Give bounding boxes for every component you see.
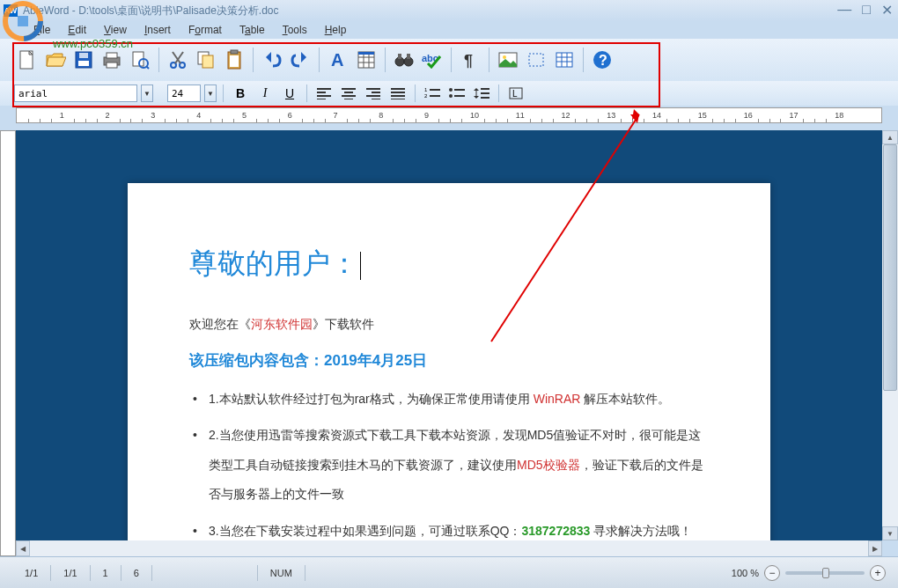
help-button[interactable]: ? — [589, 46, 615, 74]
font-name-input[interactable] — [14, 85, 137, 102]
status-section: 1/1 — [51, 565, 90, 581]
line-spacing-button[interactable] — [471, 84, 492, 103]
zoom-slider[interactable] — [785, 571, 865, 575]
zoom-in-button[interactable]: + — [870, 565, 886, 581]
select-button[interactable] — [523, 46, 549, 74]
undo-icon — [262, 52, 282, 68]
line-spacing-icon — [474, 86, 489, 100]
scroll-thumb[interactable] — [883, 144, 897, 391]
font-name-dropdown[interactable]: ▼ — [141, 85, 153, 102]
svg-line-12 — [146, 66, 149, 69]
maximize-button[interactable]: □ — [862, 2, 871, 18]
bold-button[interactable]: B — [230, 84, 251, 103]
print-preview-button[interactable] — [127, 46, 153, 74]
text-cursor — [360, 252, 361, 280]
svg-rect-18 — [202, 55, 213, 68]
floppy-icon — [74, 50, 93, 70]
align-justify-button[interactable] — [387, 84, 409, 103]
titlebar: AW AbleWord - D:\tools\桌面\说明书\Palisade决策… — [0, 0, 898, 21]
print-button[interactable] — [99, 46, 125, 74]
scroll-right-button[interactable]: ▶ — [868, 540, 882, 556]
statusbar: 1/1 1/1 1 6 NUM 100 % − + — [0, 556, 898, 588]
scroll-down-button[interactable]: ▼ — [882, 526, 898, 540]
redo-icon — [291, 52, 310, 68]
menu-insert[interactable]: Insert — [137, 22, 178, 38]
help-icon: ? — [593, 50, 612, 70]
vertical-ruler[interactable] — [0, 130, 16, 556]
bullet-list-button[interactable] — [446, 84, 467, 103]
doc-paragraph[interactable]: 欢迎您在《河东软件园》下载软件 — [189, 310, 709, 340]
spellcheck-icon: abc — [421, 51, 444, 69]
numbered-list-button[interactable]: 12 — [422, 84, 443, 103]
new-button[interactable] — [14, 46, 40, 74]
print-preview-icon — [130, 50, 150, 70]
menu-format[interactable]: Format — [181, 22, 229, 38]
align-right-icon — [366, 87, 380, 99]
status-page: 1/1 — [12, 565, 51, 581]
horizontal-scrollbar[interactable]: ◀ ▶ — [16, 540, 882, 556]
menu-help[interactable]: Help — [318, 22, 354, 38]
paragraph-marks-button[interactable]: ¶ — [457, 46, 483, 74]
redo-button[interactable] — [287, 46, 313, 74]
status-line: 1 — [91, 565, 121, 581]
font-size-input[interactable] — [167, 85, 201, 102]
svg-point-65 — [449, 88, 453, 92]
horizontal-ruler[interactable]: 123456789101112131415161718 — [16, 107, 882, 123]
doc-subheading[interactable]: 该压缩包内容包含：2019年4月25日 — [189, 350, 709, 371]
table-button[interactable] — [353, 46, 379, 74]
svg-rect-21 — [230, 55, 239, 67]
document-area[interactable]: 尊敬的用户： 欢迎您在《河东软件园》下载软件 该压缩包内容包含：2019年4月2… — [16, 130, 882, 556]
menu-edit[interactable]: Edit — [61, 22, 93, 38]
formatting-toolbar: ▼ ▼ B I U 12 L — [0, 81, 898, 106]
svg-point-36 — [503, 55, 506, 59]
insert-image-button[interactable] — [495, 46, 521, 74]
find-button[interactable] — [391, 46, 417, 74]
menu-view[interactable]: View — [97, 22, 134, 38]
zoom-value: 100 % — [732, 568, 759, 578]
ltr-button[interactable]: L — [505, 84, 526, 103]
new-file-icon — [18, 49, 37, 70]
svg-text:¶: ¶ — [464, 52, 473, 69]
minimize-button[interactable]: — — [837, 2, 851, 18]
clipboard-icon — [225, 49, 243, 70]
underline-button[interactable]: U — [279, 84, 300, 103]
close-button[interactable]: ✕ — [881, 2, 893, 18]
svg-text:L: L — [512, 89, 518, 99]
font-button[interactable]: A — [325, 46, 351, 74]
svg-text:A: A — [331, 50, 343, 70]
align-left-icon — [317, 87, 331, 99]
italic-button[interactable]: I — [254, 84, 276, 103]
doc-heading[interactable]: 尊敬的用户： — [189, 245, 709, 283]
svg-rect-6 — [79, 53, 88, 58]
zoom-out-button[interactable]: − — [764, 565, 780, 581]
cut-button[interactable] — [165, 46, 191, 74]
vertical-scrollbar[interactable]: ▲ ▼ — [882, 130, 898, 540]
spellcheck-button[interactable]: abc — [419, 46, 445, 74]
save-button[interactable] — [70, 46, 97, 74]
font-size-dropdown[interactable]: ▼ — [204, 85, 217, 102]
list-item[interactable]: 2.当您使用迅雷等搜索资源式下载工具下载本站资源，发现MD5值验证不对时，很可能… — [189, 421, 709, 510]
align-right-button[interactable] — [363, 84, 384, 103]
menu-table[interactable]: Table — [232, 22, 272, 38]
open-button[interactable] — [42, 46, 69, 74]
align-left-button[interactable] — [313, 84, 335, 103]
menu-tools[interactable]: Tools — [276, 22, 314, 38]
list-item[interactable]: 1.本站默认软件经过打包为rar格式，为确保正常使用请使用 WinRAR 解压本… — [189, 385, 709, 415]
ltr-icon: L — [509, 87, 523, 99]
bullet-list-icon — [449, 87, 465, 99]
page[interactable]: 尊敬的用户： 欢迎您在《河东软件园》下载软件 该压缩包内容包含：2019年4月2… — [128, 183, 770, 556]
svg-rect-28 — [358, 52, 374, 55]
svg-point-66 — [449, 94, 453, 98]
scroll-up-button[interactable]: ▲ — [882, 130, 898, 144]
scissors-icon — [169, 50, 187, 70]
undo-button[interactable] — [259, 46, 285, 74]
svg-text:?: ? — [599, 53, 607, 68]
main-toolbar: A abc ¶ ? — [14, 42, 884, 77]
scroll-left-button[interactable]: ◀ — [16, 540, 30, 556]
menu-file[interactable]: File — [26, 22, 57, 38]
insert-table-button[interactable] — [551, 46, 578, 74]
paste-button[interactable] — [221, 46, 247, 74]
svg-rect-37 — [529, 54, 543, 66]
align-center-button[interactable] — [338, 84, 359, 103]
copy-button[interactable] — [193, 46, 219, 74]
